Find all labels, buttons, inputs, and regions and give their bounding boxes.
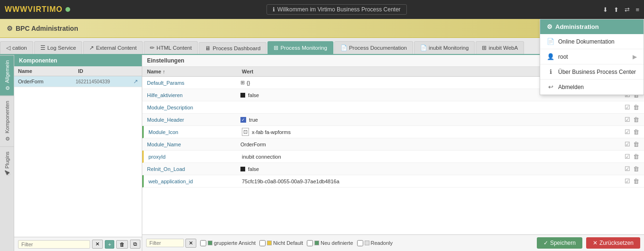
sidebar-tab-allgemein[interactable]: ⚙ Allgemein: [0, 55, 14, 96]
settings-delete-webapp-id[interactable]: 🗑: [633, 178, 639, 185]
settings-name-reinit: ReInit_On_Load: [147, 166, 240, 172]
neu-definierte-color: [314, 241, 319, 245]
checkbox-nicht-default[interactable]: Nicht Default: [259, 240, 303, 246]
tab-inubit-weba[interactable]: ⊞ inubit WebA: [476, 41, 524, 54]
topbar-info-text: Willkommen im Virtimo Business Process C…: [277, 6, 401, 13]
external-link-icon[interactable]: ↗: [133, 78, 138, 85]
settings-actions-reinit: ☑ 🗑: [611, 165, 639, 172]
settings-rows-container: Default_Params ⊞ {} ☑ 🗑 Hilfe_aktivieren…: [142, 77, 644, 234]
tab-process-dashboard[interactable]: 🖥 Process Dashboard: [199, 42, 267, 54]
komponenten-row-orderform[interactable]: OrderForm 1622114504339 ↗: [14, 76, 142, 87]
settings-row-proxyid: proxyId inubit connection ☑ 🗑: [142, 151, 644, 163]
settings-delete-module-icon[interactable]: 🗑: [633, 128, 639, 135]
settings-name-module-name: Module_Name: [147, 142, 240, 147]
checkbox-neu-definierte-input[interactable]: [307, 240, 313, 246]
settings-edit-proxyid[interactable]: ☑: [625, 153, 630, 160]
settings-delete-module-name[interactable]: 🗑: [633, 141, 639, 148]
settings-delete-reinit[interactable]: 🗑: [633, 165, 639, 172]
hilfe-false-icon: [240, 93, 245, 98]
settings-edit-module-header[interactable]: ☑: [625, 116, 630, 123]
komponenten-filter-input[interactable]: [18, 240, 90, 249]
komponenten-delete-button[interactable]: 🗑: [116, 240, 128, 249]
grouped-color: [208, 241, 212, 245]
info-icon: ℹ: [273, 6, 275, 13]
reset-x-icon: ✕: [593, 240, 598, 246]
tab-process-monitoring[interactable]: ⊞ Process Monitoring: [267, 41, 333, 54]
settings-edit-reinit[interactable]: ☑: [625, 165, 630, 172]
komponenten-add-button[interactable]: +: [105, 240, 114, 249]
settings-row-webapp-id: web_application_id 75cfc19b-c0a8-0055-00…: [142, 175, 644, 188]
checkbox-readonly-input[interactable]: [357, 240, 363, 246]
komponenten-copy-button[interactable]: ⧉: [130, 240, 140, 249]
settings-value-reinit: false: [240, 166, 611, 172]
settings-name-module-icon: Module_Icon: [148, 129, 242, 135]
settings-actions-webapp-id: ☑ 🗑: [611, 178, 639, 185]
checkbox-grouped-input[interactable]: [200, 240, 206, 246]
komponenten-icon: ⚙: [4, 135, 10, 142]
root-label: root: [558, 54, 568, 60]
settings-col-name: Name ↑: [147, 69, 242, 74]
komponenten-col-id: ID: [78, 68, 138, 74]
exchange-icon[interactable]: ⇄: [625, 6, 630, 13]
komponenten-table-header: Name ID: [14, 66, 142, 76]
ueber-bpc-label: Über Business Process Center: [558, 69, 636, 75]
upload-icon[interactable]: ⬆: [614, 6, 619, 13]
settings-filter-input[interactable]: [146, 239, 184, 247]
settings-delete-module-header[interactable]: 🗑: [633, 116, 639, 123]
settings-row-reinit: ReInit_On_Load false ☑ 🗑: [142, 163, 644, 175]
settings-name-hilfe: Hilfe_aktivieren: [147, 92, 240, 98]
checkbox-neu-definierte[interactable]: Neu definierte: [307, 240, 353, 246]
sidebar-tab-komponenten[interactable]: ⚙ Komponenten: [0, 96, 14, 146]
tab-log-icon: ☰: [40, 45, 46, 51]
tab-monitoring-label: Process Monitoring: [280, 45, 327, 51]
dropdown-online-doku[interactable]: 📄 Online Dokumentation: [540, 34, 644, 49]
settings-edit-module-icon[interactable]: ☑: [625, 128, 630, 135]
adminbar-title-text: BPC Administration: [16, 25, 78, 32]
tab-monitoring-icon: ⊞: [274, 45, 278, 51]
checkbox-nicht-default-input[interactable]: [259, 240, 266, 246]
tab-html-icon: ✏: [150, 45, 155, 51]
komponenten-label: Komponenten: [4, 101, 10, 134]
menu-icon[interactable]: ≡: [635, 6, 639, 13]
tab-dashboard-label: Process Dashboard: [212, 45, 260, 51]
logout-icon: ↩: [547, 83, 554, 90]
settings-edit-webapp-id[interactable]: ☑: [625, 178, 630, 185]
komponenten-filter-clear[interactable]: ✕: [92, 240, 103, 249]
dropdown-root[interactable]: 👤 root ▶: [540, 49, 644, 64]
settings-delete-module-desc[interactable]: 🗑: [633, 104, 639, 111]
settings-name-default-params: Default_Params: [147, 80, 240, 86]
tab-log-service[interactable]: ☰ Log Service: [34, 41, 83, 54]
komponenten-footer: ✕ + 🗑 ⧉: [14, 237, 142, 251]
tab-external-content[interactable]: ↗ External Content: [83, 41, 143, 54]
save-label: Speichern: [550, 240, 576, 246]
dropdown-abmelden[interactable]: ↩ Abmelden: [540, 80, 644, 95]
tab-inubit-mon-icon: 📄: [420, 45, 427, 51]
settings-filter-clear[interactable]: ✕: [185, 239, 196, 248]
adminbar-title: ⚙ BPC Administration: [7, 25, 78, 32]
tab-process-documentation[interactable]: 📄 Process Documentation: [334, 41, 413, 54]
reset-button[interactable]: ✕ Zurücksetzen: [586, 237, 640, 249]
tab-html-content[interactable]: ✏ HTML Content: [144, 41, 198, 54]
save-button[interactable]: ✓ Speichern: [537, 237, 582, 249]
reinit-false-icon: [240, 167, 245, 171]
tab-inubit-monitoring[interactable]: 📄 inubit Monitoring: [414, 41, 475, 54]
download-icon[interactable]: ⬇: [603, 6, 608, 13]
nicht-default-color: [267, 241, 272, 245]
komponenten-row-id: 1622114504339: [76, 79, 134, 84]
admin-dropdown: ⚙ Administration 📄 Online Dokumentation …: [540, 19, 644, 95]
checkbox-readonly[interactable]: Readonly: [357, 240, 393, 246]
settings-edit-module-name[interactable]: ☑: [625, 141, 630, 148]
checkbox-grouped[interactable]: gruppierte Ansicht: [200, 240, 256, 246]
settings-actions-module-icon: ☑ 🗑: [611, 128, 639, 135]
settings-edit-module-desc[interactable]: ☑: [625, 104, 630, 111]
sidebar-tab-plugins[interactable]: 🔌 Plugins: [0, 146, 14, 181]
tab-cation[interactable]: ◁ cation: [0, 41, 33, 54]
settings-delete-proxyid[interactable]: 🗑: [633, 153, 639, 160]
settings-value-module-header: ✓ true: [240, 117, 611, 123]
online-doku-label: Online Dokumentation: [558, 38, 615, 45]
settings-col-name-text: Name ↑: [147, 69, 166, 74]
tab-inubit-weba-icon: ⊞: [482, 45, 487, 51]
dropdown-ueber-bpc[interactable]: ℹ Über Business Process Center: [540, 64, 644, 80]
checkbox-neu-definierte-label: Neu definierte: [321, 240, 353, 246]
komponenten-panel: Komponenten Name ID OrderForm 1622114504…: [14, 55, 142, 251]
